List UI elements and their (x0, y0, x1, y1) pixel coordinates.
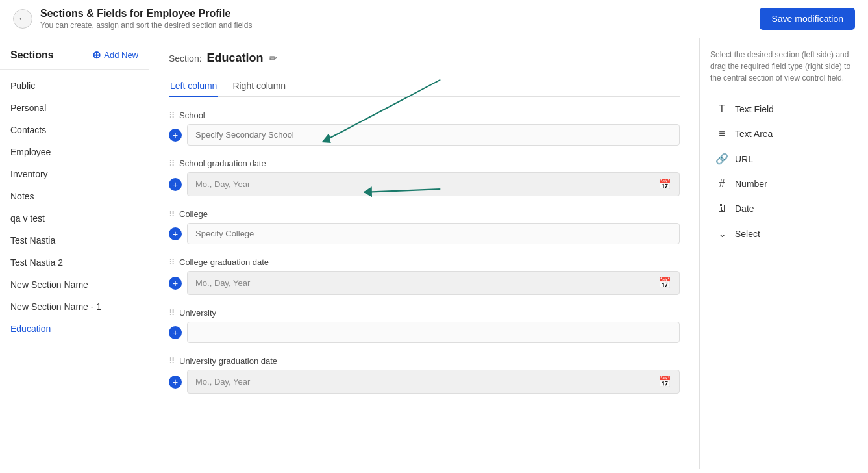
field-type-date[interactable]: 🗓Date (710, 196, 858, 221)
sidebar-item-inventory[interactable]: Inventory (0, 163, 149, 185)
field-date-university-grad[interactable]: Mo., Day, Year📅 (187, 370, 680, 394)
add-field-button-college-grad[interactable]: + (169, 277, 182, 290)
field-label-college: College (179, 209, 208, 219)
field-date-school-grad[interactable]: Mo., Day, Year📅 (187, 172, 680, 196)
page-title: Sections & Fields for Employee Profile (40, 8, 252, 19)
number-icon: # (715, 178, 728, 190)
calendar-icon[interactable]: 📅 (658, 178, 671, 190)
field-block-college-grad: ⠿College graduation date+Mo., Day, Year📅 (169, 257, 680, 295)
field-block-university-grad: ⠿University graduation date+Mo., Day, Ye… (169, 356, 680, 394)
sidebar-item-public[interactable]: Public (0, 75, 149, 97)
field-date-college-grad[interactable]: Mo., Day, Year📅 (187, 271, 680, 295)
sidebar-item-test-nastia-2[interactable]: Test Nastia 2 (0, 251, 149, 274)
main-content: Section: Education ✏ Left columnRight co… (149, 38, 699, 420)
section-name: Education (207, 51, 264, 65)
field-block-school: ⠿School+ (169, 110, 680, 146)
tabs: Left columnRight column (169, 75, 680, 97)
field-header-university: ⠿University (169, 308, 680, 318)
add-field-button-school-grad[interactable]: + (169, 178, 182, 191)
drag-handle-icon[interactable]: ⠿ (169, 356, 175, 366)
drag-handle-icon[interactable]: ⠿ (169, 308, 175, 318)
header-info: Sections & Fields for Employee Profile Y… (40, 8, 252, 30)
field-type-label-date: Date (735, 203, 754, 214)
field-type-select[interactable]: ⌄Select (710, 221, 858, 246)
header-left: ← Sections & Fields for Employee Profile… (13, 8, 252, 30)
field-type-label-select: Select (735, 229, 760, 239)
drag-handle-icon[interactable]: ⠿ (169, 110, 175, 120)
tab-left[interactable]: Left column (169, 75, 218, 97)
sidebar-item-education[interactable]: Education (0, 318, 149, 340)
url-icon: 🔗 (715, 153, 728, 165)
field-row-school-grad: +Mo., Day, Year📅 (169, 172, 680, 196)
field-row-college-grad: +Mo., Day, Year📅 (169, 271, 680, 295)
field-block-school-grad: ⠿School graduation date+Mo., Day, Year📅 (169, 159, 680, 196)
field-input-university[interactable] (187, 322, 680, 343)
sidebar: Sections ⊕ Add New PublicPersonalContact… (0, 38, 149, 469)
layout: Sections ⊕ Add New PublicPersonalContact… (0, 38, 868, 469)
save-button[interactable]: Save modification (760, 8, 855, 30)
field-row-university-grad: +Mo., Day, Year📅 (169, 370, 680, 394)
field-label-university: University (179, 308, 216, 318)
sidebar-item-personal[interactable]: Personal (0, 97, 149, 119)
sidebar-items: PublicPersonalContactsEmployeeInventoryN… (0, 70, 149, 345)
field-label-school-grad: School graduation date (179, 159, 266, 168)
date-placeholder-school-grad: Mo., Day, Year (195, 179, 250, 189)
header: ← Sections & Fields for Employee Profile… (0, 0, 868, 38)
add-new-label: Add New (104, 50, 138, 60)
field-type-url[interactable]: 🔗URL (710, 146, 858, 172)
field-type-label-text-field: Text Field (735, 104, 774, 114)
fields-container: ⠿School+⠿School graduation date+Mo., Day… (169, 110, 680, 394)
field-type-label-text-area: Text Area (735, 129, 773, 139)
field-row-university: + (169, 322, 680, 343)
add-field-button-university-grad[interactable]: + (169, 376, 182, 389)
field-header-college-grad: ⠿College graduation date (169, 257, 680, 267)
sidebar-item-test-nastia[interactable]: Test Nastia (0, 229, 149, 251)
add-field-button-university[interactable]: + (169, 326, 182, 339)
page-subtitle: You can create, assign and sort the desi… (40, 21, 252, 30)
right-panel: Select the desired section (left side) a… (699, 38, 868, 469)
field-label-university-grad: University graduation date (179, 356, 277, 366)
field-label-college-grad: College graduation date (179, 257, 269, 267)
field-header-university-grad: ⠿University graduation date (169, 356, 680, 366)
add-new-button[interactable]: ⊕ Add New (92, 49, 138, 61)
field-block-college: ⠿College+ (169, 209, 680, 244)
field-input-school[interactable] (187, 124, 680, 146)
sidebar-item-notes[interactable]: Notes (0, 185, 149, 207)
sidebar-item-contacts[interactable]: Contacts (0, 119, 149, 141)
edit-icon[interactable]: ✏ (269, 52, 277, 64)
sidebar-item-employee[interactable]: Employee (0, 141, 149, 163)
drag-handle-icon[interactable]: ⠿ (169, 209, 175, 219)
back-icon: ← (18, 13, 28, 25)
drag-handle-icon[interactable]: ⠿ (169, 159, 175, 168)
field-input-college[interactable] (187, 223, 680, 244)
field-row-college: + (169, 223, 680, 244)
calendar-icon[interactable]: 📅 (658, 277, 671, 289)
field-type-text-area[interactable]: ≡Text Area (710, 121, 858, 146)
field-type-list: TText Field≡Text Area🔗URL#Number🗓Date⌄Se… (710, 97, 858, 246)
sidebar-item-new-section-1[interactable]: New Section Name (0, 274, 149, 296)
sidebar-item-qa-v-test[interactable]: qa v test (0, 207, 149, 229)
select-icon: ⌄ (715, 227, 728, 240)
section-label: Section: (169, 53, 202, 64)
text-field-icon: T (715, 103, 728, 115)
field-header-college: ⠿College (169, 209, 680, 219)
section-header: Section: Education ✏ (169, 51, 680, 65)
content-area: Section: Education ✏ Left columnRight co… (149, 38, 699, 469)
calendar-icon[interactable]: 📅 (658, 376, 671, 388)
tab-right[interactable]: Right column (231, 75, 287, 97)
field-type-label-number: Number (735, 179, 767, 189)
sidebar-title: Sections (10, 49, 54, 61)
add-field-button-college[interactable]: + (169, 227, 182, 240)
drag-handle-icon[interactable]: ⠿ (169, 257, 175, 267)
field-type-text-field[interactable]: TText Field (710, 97, 858, 121)
field-header-school: ⠿School (169, 110, 680, 120)
back-button[interactable]: ← (13, 9, 32, 29)
sidebar-item-new-section-2[interactable]: New Section Name - 1 (0, 296, 149, 318)
add-field-button-school[interactable]: + (169, 129, 182, 142)
field-type-number[interactable]: #Number (710, 172, 858, 196)
right-panel-hint: Select the desired section (left side) a… (710, 49, 858, 84)
text-area-icon: ≡ (715, 128, 728, 140)
date-icon: 🗓 (715, 203, 728, 214)
plus-icon: ⊕ (92, 49, 101, 61)
sidebar-header: Sections ⊕ Add New (0, 49, 149, 70)
